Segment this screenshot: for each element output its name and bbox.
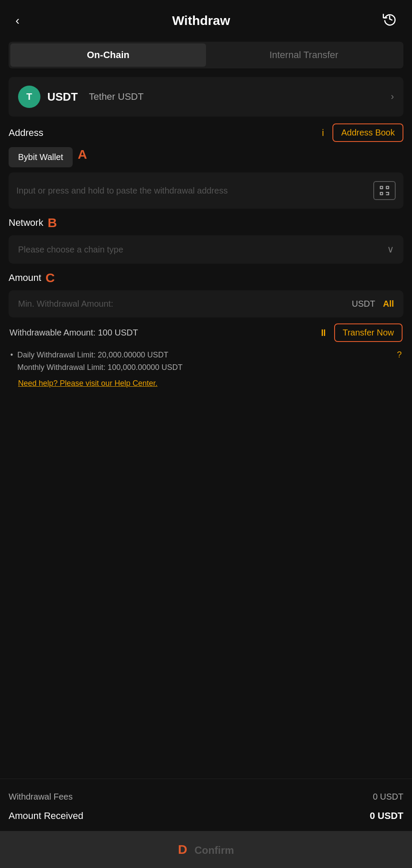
- page-title: Withdraw: [172, 13, 230, 28]
- withdrawal-fees-row: Withdrawal Fees 0 USDT: [9, 788, 403, 806]
- token-selector[interactable]: T USDT Tether USDT ›: [9, 77, 403, 117]
- amount-controls: USDT All: [352, 299, 394, 309]
- footer: Withdrawal Fees 0 USDT Amount Received 0…: [0, 779, 412, 826]
- address-label: Address: [9, 127, 43, 139]
- scan-qr-button[interactable]: [373, 181, 396, 200]
- withdrawable-amount-text: Withdrawable Amount: 100 USDT: [9, 328, 138, 338]
- limits-text-block: Daily Withdrawal Limit: 20,000.00000 USD…: [17, 349, 393, 374]
- address-input-placeholder: Input or press and hold to paste the wit…: [16, 184, 368, 197]
- pause-icon: ⏸: [319, 327, 328, 339]
- bybit-wallet-button[interactable]: Bybit Wallet: [9, 147, 73, 167]
- confirm-button-label: Confirm: [194, 844, 234, 856]
- withdrawable-actions: ⏸ Transfer Now: [319, 323, 403, 342]
- svg-rect-3: [386, 186, 388, 188]
- svg-rect-4: [380, 192, 382, 194]
- amount-all-button[interactable]: All: [383, 299, 394, 309]
- token-info: T USDT Tether USDT: [18, 86, 144, 108]
- network-dropdown[interactable]: Please choose a chain type ∨: [9, 235, 403, 264]
- amount-section: Amount C Min. Withdrawal Amount: USDT Al…: [9, 271, 403, 395]
- network-label: Network B: [9, 215, 57, 230]
- monthly-limit-text: Monthly Withdrawal Limit: 100,000.00000 …: [17, 361, 393, 374]
- scan-icon: [379, 185, 390, 196]
- address-label-text: Address: [9, 127, 43, 139]
- tab-internal-transfer[interactable]: Internal Transfer: [206, 43, 402, 67]
- header: ‹ Withdraw: [0, 0, 412, 37]
- help-center-link[interactable]: Need help? Please visit our Help Center.: [18, 379, 157, 388]
- token-icon: T: [18, 86, 40, 108]
- token-chevron-icon: ›: [391, 91, 394, 102]
- network-chevron-icon: ∨: [387, 244, 394, 255]
- transfer-now-button[interactable]: Transfer Now: [334, 323, 403, 342]
- withdrawal-fees-label: Withdrawal Fees: [9, 792, 73, 802]
- history-icon[interactable]: [383, 12, 397, 29]
- network-placeholder-text: Please choose a chain type: [18, 245, 123, 255]
- limits-section: • Daily Withdrawal Limit: 20,000.00000 U…: [9, 349, 403, 388]
- annotation-a: A: [78, 147, 87, 167]
- address-input-area[interactable]: Input or press and hold to paste the wit…: [9, 172, 403, 209]
- amount-label: Amount C: [9, 271, 55, 285]
- token-symbol: USDT: [47, 90, 78, 104]
- tab-on-chain[interactable]: On-Chain: [10, 43, 206, 67]
- address-section: Address i Address Book Bybit Wallet A In…: [9, 123, 403, 209]
- limits-row: • Daily Withdrawal Limit: 20,000.00000 U…: [10, 349, 402, 374]
- limits-bullet: •: [10, 351, 13, 360]
- amount-label-text: Amount: [9, 272, 41, 283]
- address-book-button[interactable]: Address Book: [332, 123, 403, 142]
- address-label-row: Address i Address Book: [9, 123, 403, 142]
- address-type-buttons: Bybit Wallet A: [9, 147, 403, 167]
- amount-input-placeholder: Min. Withdrawal Amount:: [18, 299, 113, 309]
- network-label-text: Network: [9, 217, 43, 228]
- limits-help-icon[interactable]: ?: [397, 350, 402, 360]
- amount-received-label: Amount Received: [9, 810, 83, 822]
- daily-limit-text: Daily Withdrawal Limit: 20,000.00000 USD…: [17, 349, 393, 361]
- withdrawal-fees-value: 0 USDT: [373, 792, 403, 802]
- amount-label-row: Amount C: [9, 271, 403, 285]
- confirm-button[interactable]: D Confirm: [0, 831, 412, 868]
- svg-line-1: [390, 19, 392, 20]
- amount-currency-label: USDT: [352, 299, 375, 309]
- amount-received-value: 0 USDT: [370, 810, 403, 822]
- svg-rect-2: [380, 186, 382, 188]
- annotation-b: B: [48, 215, 57, 230]
- network-label-row: Network B: [9, 215, 403, 230]
- amount-received-row: Amount Received 0 USDT: [9, 806, 403, 826]
- token-name: Tether USDT: [89, 91, 144, 102]
- address-info-icon[interactable]: i: [322, 127, 324, 139]
- back-button[interactable]: ‹: [15, 14, 19, 28]
- network-section: Network B Please choose a chain type ∨: [9, 215, 403, 264]
- amount-input-area[interactable]: Min. Withdrawal Amount: USDT All: [9, 290, 403, 317]
- annotation-d: D: [178, 842, 188, 856]
- withdrawable-row: Withdrawable Amount: 100 USDT ⏸ Transfer…: [9, 323, 403, 342]
- annotation-c: C: [46, 271, 55, 285]
- tab-bar: On-Chain Internal Transfer: [9, 42, 403, 68]
